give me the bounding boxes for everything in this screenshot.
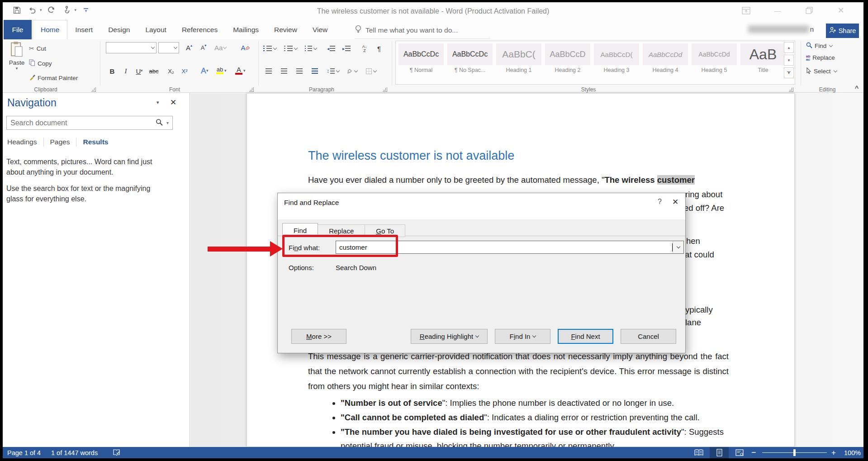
tab-layout[interactable]: Layout <box>138 20 174 39</box>
nav-tab-results[interactable]: Results <box>83 138 108 146</box>
nav-tab-pages[interactable]: Pages <box>50 138 70 146</box>
superscript-button[interactable]: X² <box>179 66 190 76</box>
zoom-slider[interactable] <box>762 447 827 458</box>
styles-more[interactable]: ▾ <box>784 67 794 78</box>
align-center-button[interactable] <box>279 66 289 76</box>
dialog-title-bar[interactable]: Find and Replace ? ✕ <box>278 193 685 219</box>
nav-tab-headings[interactable]: Headings <box>7 138 37 146</box>
line-spacing-button[interactable]: ↕ <box>327 66 339 76</box>
copy-button[interactable]: Copy <box>29 59 52 67</box>
format-painter-button[interactable]: Format Painter <box>29 74 78 82</box>
tab-mailings[interactable]: Mailings <box>225 20 266 39</box>
print-layout-button[interactable] <box>710 447 729 458</box>
font-color-dropdown-icon[interactable]: ▾ <box>243 68 246 73</box>
navigation-close-icon[interactable]: ✕ <box>170 98 176 107</box>
styles-scroll-up[interactable]: ▴ <box>784 42 794 53</box>
style-heading5[interactable]: AaBbCcDd Heading 5 <box>692 43 737 73</box>
style-heading4[interactable]: AaBbCcDd Heading 4 <box>643 43 688 73</box>
select-button[interactable]: Select <box>806 67 837 75</box>
find-next-button[interactable]: Find Next <box>558 329 613 344</box>
word-count[interactable]: 1 of 1447 words <box>51 447 98 458</box>
reading-highlight-button[interactable]: Reading Highlight <box>411 329 488 344</box>
account-area[interactable]: n <box>748 25 814 33</box>
italic-button[interactable]: I <box>120 66 131 76</box>
borders-button[interactable] <box>365 66 376 76</box>
bullets-button[interactable] <box>263 43 276 54</box>
web-layout-button[interactable] <box>730 447 749 458</box>
change-case-button[interactable]: Aa <box>214 42 226 53</box>
multilevel-list-button[interactable] <box>305 43 317 54</box>
undo-dropdown-icon[interactable]: ▾ <box>40 8 42 12</box>
shading-button[interactable] <box>346 66 357 76</box>
share-button[interactable]: Share <box>826 24 859 38</box>
tab-view[interactable]: View <box>305 20 335 39</box>
search-dropdown-icon[interactable]: ▾ <box>166 120 169 125</box>
find-in-button[interactable]: Find In <box>495 329 550 344</box>
font-name-combo[interactable] <box>106 42 157 53</box>
highlight-dropdown-icon[interactable]: ▾ <box>224 68 227 73</box>
sort-button[interactable]: A↓Z <box>359 43 370 54</box>
tab-design[interactable]: Design <box>100 20 138 39</box>
paste-button[interactable]: Paste ▾ <box>6 41 27 71</box>
numbering-button[interactable] <box>284 43 297 54</box>
styles-dialog-launcher-icon[interactable] <box>789 87 793 92</box>
page-indicator[interactable]: Page 1 of 4 <box>7 447 41 458</box>
text-highlight-button[interactable]: ab <box>214 65 225 76</box>
redo-icon[interactable] <box>46 4 57 16</box>
collapse-ribbon-icon[interactable]: ^ <box>855 85 859 92</box>
restore-icon[interactable] <box>800 5 818 16</box>
justify-button[interactable] <box>309 66 320 76</box>
underline-dropdown-icon[interactable]: ▾ <box>141 68 143 73</box>
style-no-spacing[interactable]: AaBbCcDc ¶ No Spac... <box>447 43 493 73</box>
ribbon-display-options-icon[interactable] <box>737 5 755 16</box>
proofing-status-icon[interactable] <box>113 447 120 458</box>
tab-file[interactable]: File <box>4 20 32 39</box>
save-icon[interactable] <box>11 4 23 16</box>
shrink-font-button[interactable]: A▾ <box>198 42 209 53</box>
zoom-level[interactable]: 100% <box>844 447 861 458</box>
close-window-icon[interactable]: ✕ <box>832 5 850 16</box>
text-effects-dropdown-icon[interactable]: ▾ <box>206 68 209 73</box>
minimize-icon[interactable]: — <box>768 5 787 16</box>
touch-mode-dropdown-icon[interactable]: ▾ <box>75 8 77 12</box>
more-button[interactable]: More >> <box>291 329 346 344</box>
style-heading3[interactable]: AaBbCcD( Heading 3 <box>594 43 639 73</box>
zoom-out-button[interactable]: − <box>751 447 756 458</box>
style-heading1[interactable]: AaBbC( Heading 1 <box>496 43 541 73</box>
search-document-input[interactable]: Search document ▾ <box>6 116 173 130</box>
paragraph-dialog-launcher-icon[interactable] <box>383 87 387 92</box>
increase-indent-button[interactable]: ▸ <box>341 43 352 54</box>
tab-home[interactable]: Home <box>33 20 67 39</box>
tab-references[interactable]: References <box>174 20 225 39</box>
cut-button[interactable]: ✂ Cut <box>29 45 46 52</box>
cancel-button[interactable]: Cancel <box>621 329 676 344</box>
customize-qat-icon[interactable]: ▾ <box>80 4 92 16</box>
align-left-button[interactable] <box>263 66 274 76</box>
zoom-in-button[interactable]: + <box>831 447 836 458</box>
replace-button[interactable]: abac Replace <box>806 54 835 61</box>
tab-insert[interactable]: Insert <box>67 20 100 39</box>
style-title[interactable]: AaB Title <box>740 43 786 73</box>
find-button[interactable]: Find <box>806 42 832 50</box>
clipboard-dialog-launcher-icon[interactable] <box>91 87 96 92</box>
grow-font-button[interactable]: A▴ <box>184 42 194 53</box>
dialog-help-icon[interactable]: ? <box>658 198 662 206</box>
clear-formatting-button[interactable]: A <box>240 42 251 53</box>
subscript-button[interactable]: X₂ <box>166 66 176 76</box>
read-mode-button[interactable] <box>689 447 708 458</box>
align-right-button[interactable] <box>294 66 305 76</box>
font-dialog-launcher-icon[interactable] <box>249 87 254 92</box>
style-normal[interactable]: AaBbCcDc ¶ Normal <box>398 43 444 73</box>
font-color-button[interactable]: A <box>233 65 244 76</box>
dialog-close-icon[interactable]: ✕ <box>672 197 678 207</box>
decrease-indent-button[interactable]: ◂ <box>326 43 337 54</box>
find-what-dropdown[interactable] <box>673 241 683 253</box>
search-magnifier-icon[interactable] <box>156 119 163 128</box>
touch-mode-icon[interactable] <box>61 4 73 16</box>
tell-me-box[interactable]: Tell me what you want to do... <box>355 22 490 39</box>
show-paragraph-marks-button[interactable]: ¶ <box>374 43 384 54</box>
navigation-options-icon[interactable]: ▾ <box>157 100 159 105</box>
strikethrough-button[interactable]: abc <box>148 66 159 76</box>
undo-icon[interactable] <box>26 4 38 16</box>
style-heading2[interactable]: AaBbCcD Heading 2 <box>545 43 590 73</box>
